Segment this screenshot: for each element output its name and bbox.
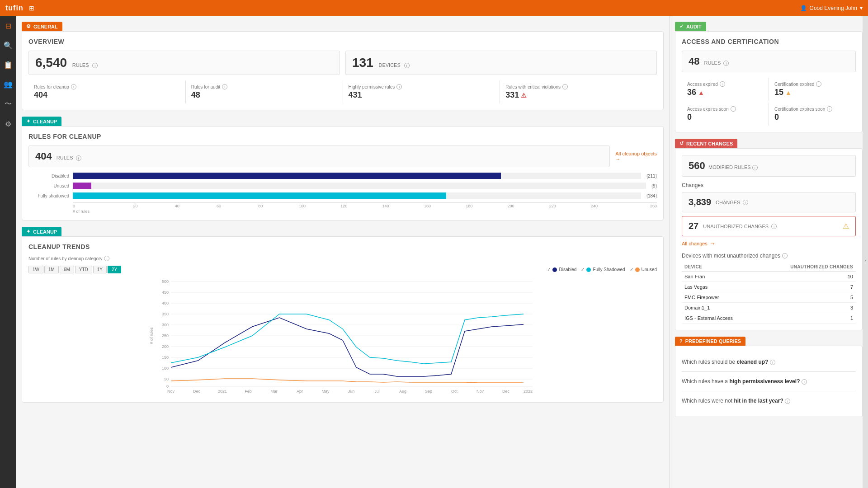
svg-text:Mar: Mar xyxy=(270,389,278,394)
audit-rules-info[interactable]: i xyxy=(723,61,729,66)
unauthorized-info[interactable]: i xyxy=(771,224,777,229)
table-row: Las Vegas 7 xyxy=(682,282,856,292)
rules-cleanup-value: 404 xyxy=(34,90,180,100)
svg-text:Nov: Nov xyxy=(476,389,484,394)
devices-stat-box: 131 DEVICES i xyxy=(345,51,657,75)
predefined-queries-container: Which rules should be cleaned up? i Whic… xyxy=(675,346,863,417)
svg-text:50: 50 xyxy=(164,377,169,381)
rules-cleanup-title: RULES FOR CLEANUP xyxy=(28,133,657,140)
all-changes-link[interactable]: All changes → xyxy=(682,240,856,247)
grid-icon[interactable]: ⊞ xyxy=(29,5,34,12)
svg-text:Dec: Dec xyxy=(193,389,201,394)
cert-expires-soon-info[interactable]: i xyxy=(827,106,832,112)
time-btn-1w[interactable]: 1W xyxy=(28,266,43,273)
device-changes: 10 xyxy=(759,272,856,282)
devices-header: Devices with most unauthorized changes i xyxy=(682,253,856,259)
devices-value: 131 DEVICES i xyxy=(352,56,650,70)
bar-axis: 0 20 40 60 80 100 120 140 160 180 200 22… xyxy=(73,202,657,208)
changes-info[interactable]: i xyxy=(743,200,748,205)
svg-text:450: 450 xyxy=(162,290,169,295)
cert-expires-soon-value: 0 xyxy=(774,113,850,122)
audit-rules-box: 48 RULES i xyxy=(682,51,856,72)
time-btn-2y[interactable]: 2Y xyxy=(108,266,121,273)
greeting-text: Good Evening John xyxy=(810,5,857,11)
predefined-queries-section: ? PREDEFINED QUERIES Which rules should … xyxy=(675,337,863,417)
cleanup-rules-info[interactable]: i xyxy=(76,155,81,161)
rules-info-icon[interactable]: i xyxy=(92,63,98,68)
all-cleanup-link[interactable]: All cleanup objects → xyxy=(615,151,657,162)
user-menu[interactable]: 👤 Good Evening John ▾ xyxy=(800,5,863,11)
query-hit-info[interactable]: i xyxy=(785,399,790,404)
device-changes: 7 xyxy=(759,282,856,292)
modified-rules-info[interactable]: i xyxy=(752,165,758,170)
bar-track-disabled xyxy=(73,173,641,179)
devices-header-info[interactable]: i xyxy=(782,253,788,258)
topbar: tufin ⊞ 👤 Good Evening John ▾ xyxy=(0,0,868,16)
sidebar-icon-policy[interactable]: 📋 xyxy=(2,59,14,71)
highly-permissive-info[interactable]: i xyxy=(396,84,402,89)
device-name: IGS - External Access xyxy=(682,313,759,324)
device-changes: 1 xyxy=(759,313,856,324)
recent-changes-header: ↺ RECENT CHANGES xyxy=(675,139,737,148)
cleanup-trends-title: CLEANUP TRENDS xyxy=(28,243,657,250)
critical-violations-value: 331 ⚠ xyxy=(505,90,651,100)
table-row: FMC-Firepower 5 xyxy=(682,292,856,303)
predefined-queries-icon: ? xyxy=(679,338,683,344)
rules-stat-box: 6,540 RULES i xyxy=(28,51,340,75)
access-expires-soon-info[interactable]: i xyxy=(731,106,736,112)
audit-section: ✓ AUDIT ACCESS AND CERTIFICATION 48 RULE… xyxy=(675,22,863,132)
time-btn-1y[interactable]: 1Y xyxy=(93,266,107,273)
time-btn-ytd[interactable]: YTD xyxy=(75,266,92,273)
query-permissiveness-info[interactable]: i xyxy=(802,379,807,385)
cleanup-bar-chart: Disabled {211} Unused {9} xyxy=(28,173,657,214)
query-cleanup-info[interactable]: i xyxy=(770,360,775,365)
subtitle-info-icon[interactable]: i xyxy=(104,256,109,261)
sidebar-icon-settings[interactable]: ⚙ xyxy=(3,118,13,130)
general-header: ⚙ GENERAL xyxy=(22,22,62,31)
right-panel: ✓ AUDIT ACCESS AND CERTIFICATION 48 RULE… xyxy=(669,16,868,488)
rules-cleanup-info[interactable]: i xyxy=(71,84,76,89)
svg-text:Oct: Oct xyxy=(451,389,458,394)
audit-sub-stats: Access expired i 36 ▲ Certification expi… xyxy=(682,78,856,101)
sidebar-icon-home[interactable]: ⊟ xyxy=(4,20,13,32)
overview-stats-row: 6,540 RULES i 131 DEVICES i xyxy=(28,51,657,75)
devices-info-icon[interactable]: i xyxy=(404,63,410,68)
critical-violations-info[interactable]: i xyxy=(562,84,568,89)
svg-text:350: 350 xyxy=(162,312,169,316)
access-cert-title: ACCESS AND CERTIFICATION xyxy=(682,38,856,45)
cert-expired-info[interactable]: i xyxy=(816,81,821,87)
sidebar-icon-users[interactable]: 👥 xyxy=(2,78,14,90)
svg-text:Jul: Jul xyxy=(374,389,380,394)
changes-label: Changes xyxy=(682,182,856,188)
time-buttons: 1W 1M 6M YTD 1Y 2Y xyxy=(28,266,121,273)
rules-audit-info[interactable]: i xyxy=(222,84,227,89)
query-cleanup[interactable]: Which rules should be cleaned up? i xyxy=(682,352,856,372)
recent-changes-section: ↺ RECENT CHANGES 560 MODIFIED RULES i Ch… xyxy=(675,139,863,330)
sidebar-icon-search[interactable]: 🔍 xyxy=(2,39,14,52)
rules-audit-stat: Rules for audit i 48 xyxy=(186,80,343,103)
chart-controls: 1W 1M 6M YTD 1Y 2Y ✓ Disabled xyxy=(28,266,657,273)
tufin-logo: tufin xyxy=(5,4,24,12)
predefined-queries-header: ? PREDEFINED QUERIES xyxy=(675,337,745,346)
chevron-down-icon: ▾ xyxy=(860,5,863,11)
legend-dot-unused xyxy=(635,267,640,272)
col-unauthorized-changes: UNAUTHORIZED CHANGES xyxy=(759,263,856,272)
audit-sub-stats-2: Access expires soon i 0 Certification ex… xyxy=(682,103,856,126)
bar-axis-label: # of rules xyxy=(73,209,657,214)
collapse-handle[interactable]: › xyxy=(863,16,868,488)
query-hit[interactable]: Which rules were not hit in the last yea… xyxy=(682,391,856,410)
svg-text:0: 0 xyxy=(166,384,169,389)
time-btn-6m[interactable]: 6M xyxy=(60,266,74,273)
audit-header: ✓ AUDIT xyxy=(675,22,706,31)
trend-chart-container: 500 450 400 350 300 250 200 150 100 50 0 xyxy=(28,277,657,396)
access-expired-info[interactable]: i xyxy=(720,81,725,87)
access-expired-value: 36 ▲ xyxy=(687,88,763,97)
svg-text:Feb: Feb xyxy=(245,389,252,394)
bar-fill-fully-shadowed xyxy=(73,192,446,199)
sidebar-icon-analytics[interactable]: 〜 xyxy=(3,98,14,111)
cleanup-trends-container: CLEANUP TRENDS Number of rules by cleanu… xyxy=(22,236,664,403)
svg-text:200: 200 xyxy=(162,344,169,349)
query-permissiveness[interactable]: Which rules have a high permissiveness l… xyxy=(682,372,856,391)
time-btn-1m[interactable]: 1M xyxy=(44,266,59,273)
svg-text:250: 250 xyxy=(162,333,169,338)
